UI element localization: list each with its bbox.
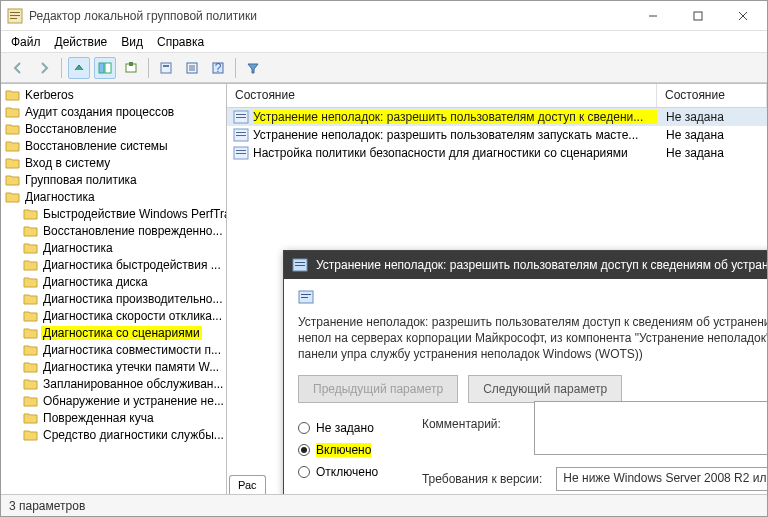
tree-item-label: Групповая политика	[23, 173, 139, 187]
menu-view[interactable]: Вид	[121, 35, 143, 49]
properties-icon[interactable]	[155, 57, 177, 79]
dialog-title: Устранение неполадок: разрешить пользова…	[316, 258, 767, 272]
folder-icon	[23, 342, 38, 357]
tree-item-label: Обнаружение и устранение не...	[41, 394, 226, 408]
menu-action[interactable]: Действие	[55, 35, 108, 49]
tree-item-label: Аудит создания процессов	[23, 105, 176, 119]
status-bar: 3 параметров	[1, 494, 767, 516]
setting-icon	[233, 145, 249, 161]
back-icon[interactable]	[7, 57, 29, 79]
folder-icon	[5, 138, 20, 153]
folder-icon	[23, 359, 38, 374]
folder-icon	[23, 393, 38, 408]
tree-item[interactable]: Быстродействие Windows PerfTrack	[1, 205, 226, 222]
comment-textarea[interactable]	[534, 401, 767, 455]
folder-icon	[23, 291, 38, 306]
tree-item-label: Kerberos	[23, 88, 76, 102]
tree-item[interactable]: Поврежденная куча	[1, 409, 226, 426]
svg-rect-17	[236, 132, 246, 133]
prev-setting-button[interactable]: Предыдущий параметр	[298, 375, 458, 403]
svg-rect-27	[301, 297, 308, 298]
tree-item[interactable]: Групповая политика	[1, 171, 226, 188]
list-header-state[interactable]: Состояние	[657, 84, 767, 107]
minimize-button[interactable]	[630, 2, 675, 30]
svg-text:?: ?	[215, 61, 222, 75]
tree-item[interactable]: Диагностика со сценариями	[1, 324, 226, 341]
svg-rect-4	[694, 12, 702, 20]
list-header: Состояние Состояние	[227, 84, 767, 108]
tree-item[interactable]: Диагностика	[1, 239, 226, 256]
forward-icon[interactable]	[33, 57, 55, 79]
dialog-body: Устранение неполадок: разрешить пользова…	[284, 279, 767, 494]
svg-rect-8	[161, 63, 171, 73]
toolbar: ?	[1, 53, 767, 83]
close-button[interactable]	[720, 2, 765, 30]
filter-icon[interactable]	[242, 57, 264, 79]
folder-icon	[23, 274, 38, 289]
policy-dialog: Устранение неполадок: разрешить пользова…	[283, 250, 767, 494]
export-icon[interactable]	[120, 57, 142, 79]
tree-item[interactable]: Диагностика быстродействия ...	[1, 256, 226, 273]
requirements-label: Требования к версии:	[422, 472, 542, 486]
tree-item[interactable]: Диагностика скорости отклика...	[1, 307, 226, 324]
help-icon[interactable]: ?	[207, 57, 229, 79]
tree-item[interactable]: Вход в систему	[1, 154, 226, 171]
content-area: KerberosАудит создания процессовВосстано…	[1, 83, 767, 494]
radio-disabled[interactable]: Отключено	[298, 461, 412, 483]
tree-item[interactable]: Диагностика утечки памяти W...	[1, 358, 226, 375]
tree-item[interactable]: Аудит создания процессов	[1, 103, 226, 120]
tree-item-label: Восстановление поврежденно...	[41, 224, 225, 238]
tree-item[interactable]: Диагностика	[1, 188, 226, 205]
tree-item[interactable]: Восстановление	[1, 120, 226, 137]
list-row[interactable]: Устранение неполадок: разрешить пользова…	[227, 108, 767, 126]
toolbar-divider	[148, 58, 149, 78]
menu-file[interactable]: Файл	[11, 35, 41, 49]
show-hide-tree-icon[interactable]	[94, 57, 116, 79]
radio-enabled[interactable]: Включено	[298, 439, 412, 461]
maximize-button[interactable]	[675, 2, 720, 30]
list-header-name[interactable]: Состояние	[227, 84, 657, 107]
tree-item[interactable]: Kerberos	[1, 86, 226, 103]
svg-rect-3	[10, 18, 17, 19]
requirements-value: Не ниже Windows Server 2008 R2 или Windo…	[556, 467, 767, 491]
tree-item[interactable]: Запланированное обслуживан...	[1, 375, 226, 392]
titlebar: Редактор локальной групповой политики	[1, 1, 767, 31]
list-row[interactable]: Устранение неполадок: разрешить пользова…	[227, 126, 767, 144]
tree-item-label: Запланированное обслуживан...	[41, 377, 225, 391]
tree-item-label: Диагностика диска	[41, 275, 150, 289]
svg-rect-5	[99, 63, 104, 73]
tree-item[interactable]: Восстановление системы	[1, 137, 226, 154]
folder-icon	[23, 223, 38, 238]
folder-icon	[23, 240, 38, 255]
list-icon[interactable]	[181, 57, 203, 79]
up-icon[interactable]	[68, 57, 90, 79]
navigation-tree[interactable]: KerberosАудит создания процессовВосстано…	[1, 84, 227, 494]
tree-item[interactable]: Диагностика производительно...	[1, 290, 226, 307]
tree-item[interactable]: Обнаружение и устранение не...	[1, 392, 226, 409]
settings-list[interactable]: Устранение неполадок: разрешить пользова…	[227, 108, 767, 162]
list-row-title: Устранение неполадок: разрешить пользова…	[253, 128, 657, 142]
tree-item-label: Средство диагностики службы...	[41, 428, 226, 442]
folder-icon	[5, 121, 20, 136]
tree-item[interactable]: Средство диагностики службы...	[1, 426, 226, 443]
next-setting-button[interactable]: Следующий параметр	[468, 375, 622, 403]
menubar: Файл Действие Вид Справка	[1, 31, 767, 53]
tab-extended[interactable]: Рас	[229, 475, 266, 494]
tree-item[interactable]: Диагностика совместимости п...	[1, 341, 226, 358]
status-text: 3 параметров	[9, 499, 85, 513]
tree-item[interactable]: Диагностика диска	[1, 273, 226, 290]
radio-not-configured[interactable]: Не задано	[298, 417, 412, 439]
svg-rect-15	[236, 117, 246, 118]
menu-help[interactable]: Справка	[157, 35, 204, 49]
list-row-state: Не задана	[657, 146, 767, 160]
tree-item[interactable]: Восстановление поврежденно...	[1, 222, 226, 239]
policy-description: Устранение неполадок: разрешить пользова…	[298, 314, 767, 363]
dialog-titlebar: Устранение неполадок: разрешить пользова…	[284, 251, 767, 279]
list-row[interactable]: Настройка политики безопасности для диаг…	[227, 144, 767, 162]
folder-icon	[5, 87, 20, 102]
window-title: Редактор локальной групповой политики	[29, 9, 630, 23]
svg-rect-14	[236, 114, 246, 115]
toolbar-divider	[235, 58, 236, 78]
policy-icon	[298, 289, 314, 305]
svg-rect-2	[10, 15, 20, 16]
